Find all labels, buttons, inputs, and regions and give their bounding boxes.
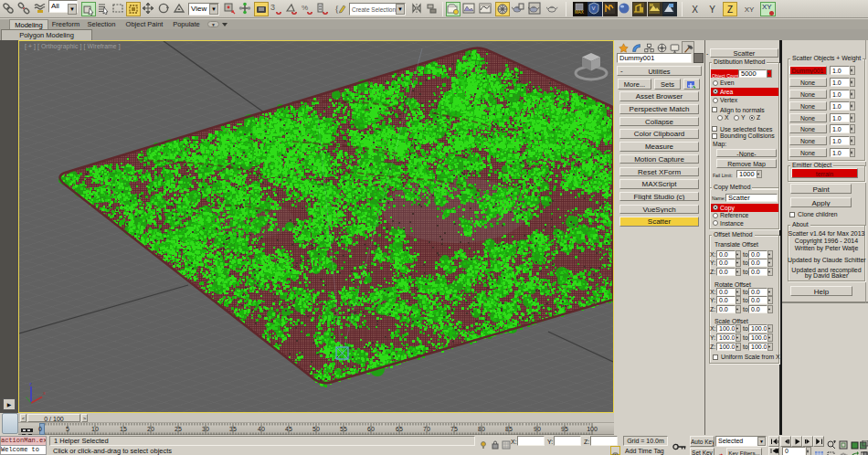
- svg-text:z: z: [29, 381, 32, 386]
- svg-text:MAX: MAX: [575, 10, 584, 15]
- svg-text:%: %: [302, 4, 308, 12]
- svg-text:3: 3: [270, 3, 275, 12]
- svg-text:{: {: [334, 3, 339, 14]
- svg-text:V: V: [592, 5, 596, 11]
- svg-text:x: x: [43, 390, 46, 396]
